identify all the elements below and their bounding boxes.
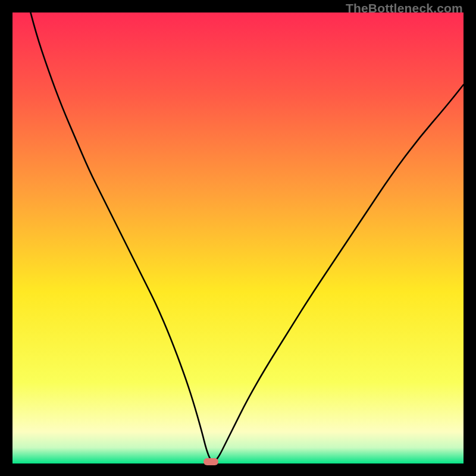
watermark-text: TheBottleneck.com xyxy=(346,1,463,15)
chart-svg xyxy=(12,12,464,464)
gradient-background xyxy=(12,12,464,464)
optimum-marker xyxy=(203,458,218,465)
chart-frame xyxy=(12,12,464,464)
